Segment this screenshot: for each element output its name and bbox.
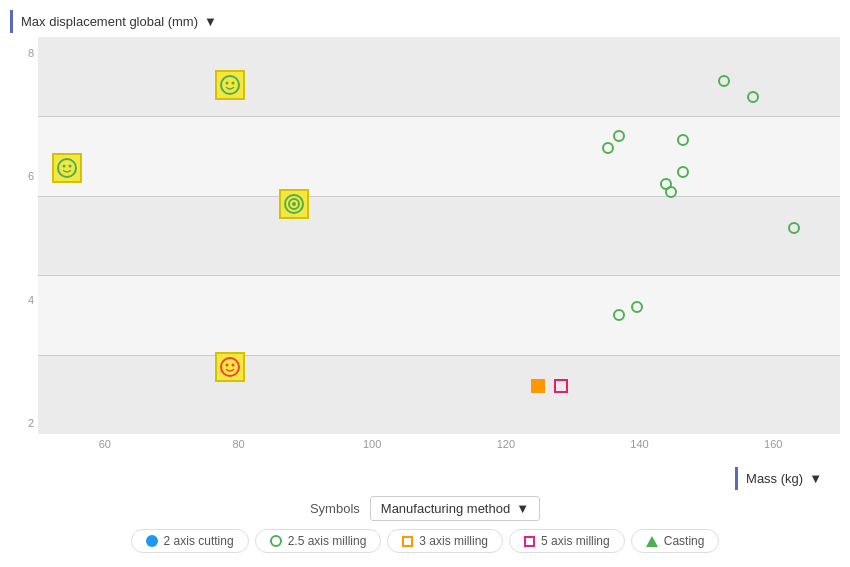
chart-band [38,355,840,434]
svg-point-1 [63,165,66,168]
data-point-2[interactable] [279,189,309,219]
5axis-label: 5 axis milling [541,534,610,548]
svg-point-8 [292,202,296,206]
svg-point-10 [225,363,228,366]
x-tick-60: 60 [38,438,172,455]
symbols-dropdown[interactable]: Manufacturing method ▼ [370,496,540,521]
grid-line [38,196,840,197]
data-point-16[interactable] [787,221,801,235]
scatter-plot [38,37,840,434]
svg-point-19 [678,135,688,145]
casting-label: Casting [664,534,705,548]
y-axis-dropdown[interactable]: Max displacement global (mm) ▼ [10,10,230,33]
y-axis-label: Max displacement global (mm) [21,14,198,29]
svg-point-20 [719,76,729,86]
x-axis-dropdown[interactable]: Mass (kg) ▼ [735,467,830,490]
svg-point-15 [678,167,688,177]
data-point-10[interactable] [664,185,678,199]
2axis-label: 2 axis cutting [164,534,234,548]
y-tick-2: 2 [10,417,38,429]
svg-point-9 [221,358,239,376]
symbols-label: Symbols [310,501,360,516]
x-tick-140: 140 [573,438,707,455]
y-tick-4: 4 [10,294,38,306]
2-5axis-icon [270,535,282,547]
data-point-9[interactable] [676,165,690,179]
data-point-7[interactable] [630,300,644,314]
data-point-13[interactable] [676,133,690,147]
legend-item-casting: Casting [631,529,720,553]
x-axis-label: Mass (kg) [746,471,803,486]
casting-icon [646,536,658,547]
data-point-3[interactable] [215,352,245,382]
data-point-15[interactable] [746,90,760,104]
data-point-5[interactable] [554,379,568,393]
x-tick-100: 100 [305,438,439,455]
x-axis-labels: 60 80 100 120 140 160 [38,434,840,459]
x-tick-160: 160 [706,438,840,455]
3axis-icon [402,536,413,547]
data-point-4[interactable] [531,379,545,393]
grid-line [38,116,840,117]
svg-point-0 [58,159,76,177]
x-tick-80: 80 [172,438,306,455]
data-point-12[interactable] [612,129,626,143]
svg-point-18 [614,131,624,141]
svg-point-5 [231,81,234,84]
data-point-11[interactable] [601,141,615,155]
data-point-0[interactable] [52,153,82,183]
legend-item-2-5axis: 2.5 axis milling [255,529,382,553]
data-point-14[interactable] [717,74,731,88]
2axis-icon [146,535,158,547]
svg-point-17 [603,143,613,153]
svg-point-4 [225,81,228,84]
y-tick-8: 8 [10,47,38,59]
y-axis-labels: 2 4 6 8 [10,37,38,459]
2-5axis-label: 2.5 axis milling [288,534,367,548]
svg-point-12 [614,310,624,320]
data-point-1[interactable] [215,70,245,100]
y-axis-chevron-icon: ▼ [204,14,217,29]
svg-point-3 [221,76,239,94]
legend-item-3axis: 3 axis milling [387,529,503,553]
legend-item-5axis: 5 axis milling [509,529,625,553]
chart-band [38,116,840,195]
data-point-6[interactable] [612,308,626,322]
svg-point-11 [231,363,234,366]
chart-band [38,196,840,275]
svg-point-21 [748,92,758,102]
svg-point-13 [632,302,642,312]
svg-point-22 [789,223,799,233]
chart-band [38,275,840,354]
svg-point-2 [69,165,72,168]
y-tick-6: 6 [10,170,38,182]
grid-line [38,275,840,276]
symbols-dropdown-label: Manufacturing method [381,501,510,516]
legend-item-2axis: 2 axis cutting [131,529,249,553]
grid-line [38,355,840,356]
3axis-label: 3 axis milling [419,534,488,548]
x-axis-chevron-icon: ▼ [809,471,822,486]
legend: 2 axis cutting 2.5 axis milling 3 axis m… [10,529,840,553]
5axis-icon [524,536,535,547]
svg-point-16 [666,187,676,197]
symbols-dropdown-icon: ▼ [516,501,529,516]
x-tick-120: 120 [439,438,573,455]
